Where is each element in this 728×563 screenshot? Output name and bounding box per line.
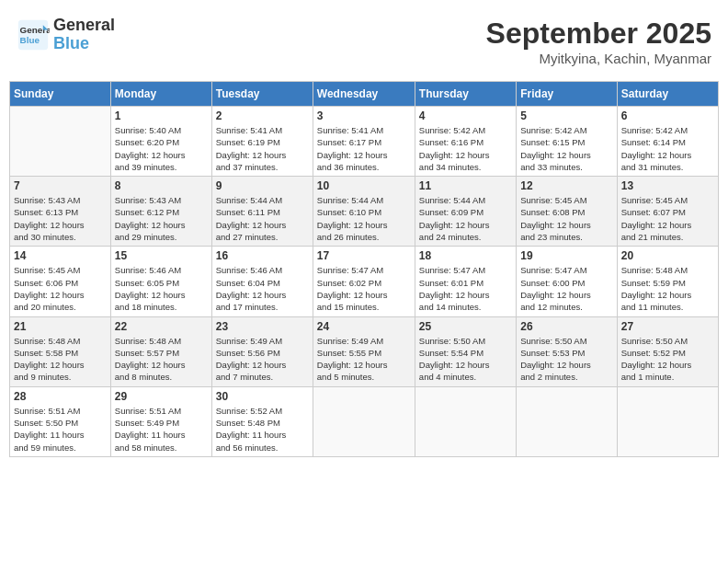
- day-number: 20: [621, 249, 714, 262]
- day-number: 14: [14, 249, 107, 262]
- day-number: 7: [14, 179, 107, 192]
- calendar-cell: 7Sunrise: 5:43 AM Sunset: 6:13 PM Daylig…: [10, 177, 111, 247]
- cell-info: Sunrise: 5:48 AM Sunset: 5:59 PM Dayligh…: [621, 264, 714, 313]
- calendar-cell: 15Sunrise: 5:46 AM Sunset: 6:05 PM Dayli…: [110, 247, 211, 316]
- calendar-week-row: 21Sunrise: 5:48 AM Sunset: 5:58 PM Dayli…: [10, 316, 719, 386]
- calendar-cell: [517, 386, 617, 456]
- cell-info: Sunrise: 5:41 AM Sunset: 6:17 PM Dayligh…: [317, 124, 411, 173]
- calendar-cell: 27Sunrise: 5:50 AM Sunset: 5:52 PM Dayli…: [617, 316, 718, 386]
- calendar-cell: 14Sunrise: 5:45 AM Sunset: 6:06 PM Dayli…: [10, 247, 111, 316]
- day-number: 24: [317, 320, 411, 333]
- calendar-cell: 16Sunrise: 5:46 AM Sunset: 6:04 PM Dayli…: [211, 247, 313, 316]
- cell-info: Sunrise: 5:42 AM Sunset: 6:16 PM Dayligh…: [419, 124, 512, 173]
- day-number: 3: [317, 109, 411, 122]
- calendar-cell: 5Sunrise: 5:42 AM Sunset: 6:15 PM Daylig…: [517, 107, 617, 177]
- cell-info: Sunrise: 5:45 AM Sunset: 6:07 PM Dayligh…: [621, 194, 714, 243]
- day-number: 4: [419, 109, 512, 122]
- calendar-week-row: 1Sunrise: 5:40 AM Sunset: 6:20 PM Daylig…: [10, 107, 719, 177]
- calendar-cell: 2Sunrise: 5:41 AM Sunset: 6:19 PM Daylig…: [211, 107, 313, 177]
- day-number: 12: [520, 179, 612, 192]
- cell-info: Sunrise: 5:44 AM Sunset: 6:09 PM Dayligh…: [419, 194, 512, 243]
- cell-info: Sunrise: 5:50 AM Sunset: 5:54 PM Dayligh…: [419, 335, 512, 384]
- logo-text: General Blue: [53, 17, 115, 53]
- cell-info: Sunrise: 5:49 AM Sunset: 5:56 PM Dayligh…: [216, 335, 309, 384]
- header-saturday: Saturday: [617, 82, 718, 107]
- header-monday: Monday: [110, 82, 211, 107]
- cell-info: Sunrise: 5:45 AM Sunset: 6:08 PM Dayligh…: [520, 194, 612, 243]
- calendar-cell: 21Sunrise: 5:48 AM Sunset: 5:58 PM Dayli…: [10, 316, 111, 386]
- day-number: 16: [216, 249, 309, 262]
- calendar-cell: 8Sunrise: 5:43 AM Sunset: 6:12 PM Daylig…: [110, 177, 211, 247]
- calendar-week-row: 7Sunrise: 5:43 AM Sunset: 6:13 PM Daylig…: [10, 177, 719, 247]
- day-number: 9: [216, 179, 309, 192]
- day-number: 5: [520, 109, 612, 122]
- day-number: 1: [115, 109, 208, 122]
- header-thursday: Thursday: [415, 82, 516, 107]
- calendar-cell: 25Sunrise: 5:50 AM Sunset: 5:54 PM Dayli…: [415, 316, 516, 386]
- day-number: 25: [419, 320, 512, 333]
- header-tuesday: Tuesday: [211, 82, 313, 107]
- cell-info: Sunrise: 5:48 AM Sunset: 5:58 PM Dayligh…: [14, 335, 107, 384]
- cell-info: Sunrise: 5:42 AM Sunset: 6:14 PM Dayligh…: [621, 124, 714, 173]
- day-number: 23: [216, 320, 309, 333]
- day-number: 29: [115, 390, 208, 403]
- calendar-cell: 13Sunrise: 5:45 AM Sunset: 6:07 PM Dayli…: [617, 177, 718, 247]
- calendar-cell: 10Sunrise: 5:44 AM Sunset: 6:10 PM Dayli…: [313, 177, 415, 247]
- calendar-cell: 19Sunrise: 5:47 AM Sunset: 6:00 PM Dayli…: [517, 247, 617, 316]
- calendar-cell: 30Sunrise: 5:52 AM Sunset: 5:48 PM Dayli…: [211, 386, 313, 456]
- day-number: 10: [317, 179, 411, 192]
- day-number: 22: [115, 320, 208, 333]
- location-title: Myitkyina, Kachin, Myanmar: [486, 51, 711, 66]
- month-title: September 2025: [486, 17, 711, 51]
- day-number: 2: [216, 109, 309, 122]
- day-number: 11: [419, 179, 512, 192]
- calendar-cell: 1Sunrise: 5:40 AM Sunset: 6:20 PM Daylig…: [110, 107, 211, 177]
- day-number: 8: [115, 179, 208, 192]
- calendar-cell: 3Sunrise: 5:41 AM Sunset: 6:17 PM Daylig…: [313, 107, 415, 177]
- cell-info: Sunrise: 5:52 AM Sunset: 5:48 PM Dayligh…: [216, 405, 309, 454]
- calendar-cell: 6Sunrise: 5:42 AM Sunset: 6:14 PM Daylig…: [617, 107, 718, 177]
- svg-text:General: General: [20, 25, 50, 35]
- day-number: 13: [621, 179, 714, 192]
- calendar-week-row: 28Sunrise: 5:51 AM Sunset: 5:50 PM Dayli…: [10, 386, 719, 456]
- day-number: 26: [520, 320, 612, 333]
- calendar-cell: 29Sunrise: 5:51 AM Sunset: 5:49 PM Dayli…: [110, 386, 211, 456]
- calendar-cell: [415, 386, 516, 456]
- calendar-cell: 12Sunrise: 5:45 AM Sunset: 6:08 PM Dayli…: [517, 177, 617, 247]
- title-area: September 2025 Myitkyina, Kachin, Myanma…: [479, 9, 719, 74]
- calendar-cell: 26Sunrise: 5:50 AM Sunset: 5:53 PM Dayli…: [517, 316, 617, 386]
- calendar-cell: 28Sunrise: 5:51 AM Sunset: 5:50 PM Dayli…: [10, 386, 111, 456]
- calendar: SundayMondayTuesdayWednesdayThursdayFrid…: [9, 81, 719, 457]
- header-friday: Friday: [517, 82, 617, 107]
- cell-info: Sunrise: 5:46 AM Sunset: 6:04 PM Dayligh…: [216, 264, 309, 313]
- calendar-cell: [617, 386, 718, 456]
- day-number: 15: [115, 249, 208, 262]
- page-header: General Blue General Blue September 2025…: [9, 9, 719, 74]
- cell-info: Sunrise: 5:42 AM Sunset: 6:15 PM Dayligh…: [520, 124, 612, 173]
- day-number: 19: [520, 249, 612, 262]
- cell-info: Sunrise: 5:44 AM Sunset: 6:10 PM Dayligh…: [317, 194, 411, 243]
- calendar-cell: 23Sunrise: 5:49 AM Sunset: 5:56 PM Dayli…: [211, 316, 313, 386]
- calendar-header-row: SundayMondayTuesdayWednesdayThursdayFrid…: [10, 82, 719, 107]
- cell-info: Sunrise: 5:45 AM Sunset: 6:06 PM Dayligh…: [14, 264, 107, 313]
- cell-info: Sunrise: 5:50 AM Sunset: 5:53 PM Dayligh…: [520, 335, 612, 384]
- cell-info: Sunrise: 5:51 AM Sunset: 5:49 PM Dayligh…: [115, 405, 208, 454]
- logo-icon: General Blue: [17, 18, 50, 52]
- cell-info: Sunrise: 5:47 AM Sunset: 6:01 PM Dayligh…: [419, 264, 512, 313]
- header-wednesday: Wednesday: [313, 82, 415, 107]
- calendar-cell: 17Sunrise: 5:47 AM Sunset: 6:02 PM Dayli…: [313, 247, 415, 316]
- logo: General Blue General Blue: [9, 9, 122, 61]
- cell-info: Sunrise: 5:47 AM Sunset: 6:00 PM Dayligh…: [520, 264, 612, 313]
- cell-info: Sunrise: 5:44 AM Sunset: 6:11 PM Dayligh…: [216, 194, 309, 243]
- calendar-cell: 9Sunrise: 5:44 AM Sunset: 6:11 PM Daylig…: [211, 177, 313, 247]
- cell-info: Sunrise: 5:43 AM Sunset: 6:12 PM Dayligh…: [115, 194, 208, 243]
- calendar-cell: [313, 386, 415, 456]
- day-number: 28: [14, 390, 107, 403]
- cell-info: Sunrise: 5:48 AM Sunset: 5:57 PM Dayligh…: [115, 335, 208, 384]
- cell-info: Sunrise: 5:40 AM Sunset: 6:20 PM Dayligh…: [115, 124, 208, 173]
- calendar-cell: 22Sunrise: 5:48 AM Sunset: 5:57 PM Dayli…: [110, 316, 211, 386]
- calendar-week-row: 14Sunrise: 5:45 AM Sunset: 6:06 PM Dayli…: [10, 247, 719, 316]
- cell-info: Sunrise: 5:49 AM Sunset: 5:55 PM Dayligh…: [317, 335, 411, 384]
- calendar-cell: 4Sunrise: 5:42 AM Sunset: 6:16 PM Daylig…: [415, 107, 516, 177]
- cell-info: Sunrise: 5:47 AM Sunset: 6:02 PM Dayligh…: [317, 264, 411, 313]
